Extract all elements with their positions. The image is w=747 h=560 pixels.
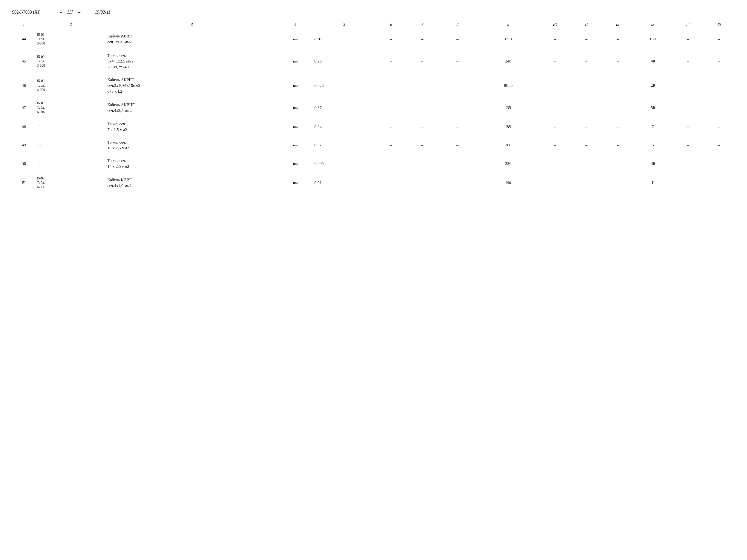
row-ref: Табл.: [37, 59, 104, 63]
row-col7: –: [421, 59, 423, 63]
row-desc: сеч.4х2,5 мм2: [107, 108, 276, 113]
row-num: 46: [22, 83, 26, 88]
row-desc: Кабель АКРПТ: [107, 77, 276, 83]
row-unit: км: [293, 181, 298, 185]
col-header-2: 2: [35, 20, 106, 29]
row-unit: км: [293, 84, 298, 87]
row-col14: –: [687, 125, 689, 129]
row-col13: I39: [650, 37, 656, 41]
header: 902-I-7083 (XI) – 117 – 19/82-11: [12, 10, 735, 15]
col-header-1: I: [12, 20, 35, 29]
row-col10: –: [554, 125, 556, 129]
table-row: 50–"–То же, сеч.14 х 2,5 мм2км0,095–––32…: [12, 154, 735, 173]
row-ref: I5-09: [37, 33, 104, 37]
row-col15: –: [718, 161, 720, 166]
row-col10: –: [554, 105, 556, 110]
row-col6: –: [390, 181, 392, 185]
row-desc: То же, сеч.: [107, 53, 276, 59]
row-col8: –: [456, 37, 459, 41]
row-col6: –: [390, 59, 392, 63]
row-col7: –: [421, 125, 423, 129]
row-col12: –: [617, 181, 619, 185]
table-row: 49–"–То же, сеч.10 х 2,5 мм2км0,02–––260…: [12, 136, 735, 155]
row-ref: 4-009: [37, 88, 104, 92]
row-col10: –: [554, 37, 556, 41]
col-header-5: 5: [313, 20, 376, 29]
col-header-7: 7: [407, 20, 438, 29]
row-col12: –: [617, 105, 619, 110]
row-col11: –: [585, 59, 587, 63]
row-col7: –: [421, 161, 423, 166]
row-num: 5I: [22, 181, 26, 185]
row-col10: –: [554, 181, 556, 185]
row-col5: 0,II5: [314, 37, 323, 41]
col-header-6: 6: [375, 20, 407, 29]
table-container: I 2 3 4 5 6 7 8 9 IO II I2 I3 I4 I5 44I5…: [12, 20, 735, 193]
row-col7: –: [421, 105, 423, 110]
row-unit: км: [293, 106, 298, 110]
col-header-8: 8: [438, 20, 477, 29]
row-col15: –: [718, 143, 720, 148]
row-num: 45: [22, 59, 26, 63]
row-ref: –"–: [37, 143, 104, 148]
row-col6: –: [390, 161, 392, 166]
row-ref: 3-038: [37, 63, 104, 68]
row-col10: –: [554, 161, 556, 166]
row-col9: 260: [505, 143, 512, 148]
row-col9: I85: [506, 125, 511, 129]
row-ref: –"–: [37, 161, 104, 166]
row-col14: –: [687, 143, 689, 148]
row-col13: 5: [652, 143, 654, 148]
row-col5: 0,025: [314, 83, 324, 88]
row-ref: Табл.: [37, 181, 104, 185]
row-col10: –: [554, 83, 556, 88]
row-desc: Кабель АIIВГ: [107, 33, 276, 39]
row-col13: I: [652, 181, 653, 185]
row-col9: 240: [505, 59, 512, 63]
row-col11: –: [585, 161, 587, 166]
row-col6: –: [390, 125, 392, 129]
row-num: 48: [22, 125, 26, 129]
row-col14: –: [687, 83, 689, 88]
row-col13: 20: [651, 83, 655, 88]
row-desc: То же, сеч.: [107, 121, 276, 127]
header-dash1: –: [60, 10, 62, 15]
row-unit: км: [293, 143, 298, 147]
row-col8: –: [456, 181, 459, 185]
row-desc: сеч. 3х70 мм2: [107, 39, 276, 45]
row-unit: км: [293, 125, 298, 129]
row-desc: сеч.3х16+1х10мм2: [107, 83, 276, 88]
row-col8: –: [456, 143, 459, 148]
row-col12: –: [617, 59, 619, 63]
row-col5: 0,0I: [314, 181, 321, 185]
row-col14: –: [687, 181, 689, 185]
row-col12: –: [617, 83, 619, 88]
row-col7: –: [421, 143, 423, 148]
row-col12: –: [617, 161, 619, 166]
row-col11: –: [585, 181, 587, 185]
header-dash2: –: [78, 10, 80, 15]
row-col11: –: [585, 105, 587, 110]
row-col5: 0,37: [314, 105, 322, 110]
row-col12: –: [617, 125, 619, 129]
col-header-12: I2: [602, 20, 633, 29]
row-ref: Табл.: [37, 37, 104, 41]
row-col13: 48: [651, 59, 655, 63]
row-desc: 14 х 2,5 мм2: [107, 164, 276, 169]
col-header-15: I5: [703, 20, 735, 29]
row-col11: –: [585, 125, 587, 129]
col-header-14: I4: [672, 20, 703, 29]
table-row: 45I5-09Табл.3-038То же, сеч.3х4+1х2,5 мм…: [12, 49, 735, 74]
row-num: 50: [22, 161, 26, 166]
row-ref: 3-038: [37, 41, 104, 46]
row-col13: 50: [651, 105, 655, 110]
row-col15: –: [718, 181, 720, 185]
row-unit: км: [293, 162, 298, 166]
table-row: 48–"–То же, сеч.7 х 2,5 мм2км0,04–––I85–…: [12, 118, 735, 136]
row-col6: –: [390, 37, 392, 41]
row-col14: –: [687, 37, 689, 41]
row-col15: –: [718, 83, 720, 88]
row-unit: км: [293, 37, 298, 41]
row-num: 47: [22, 105, 26, 110]
row-ref: I5-09: [37, 176, 104, 181]
